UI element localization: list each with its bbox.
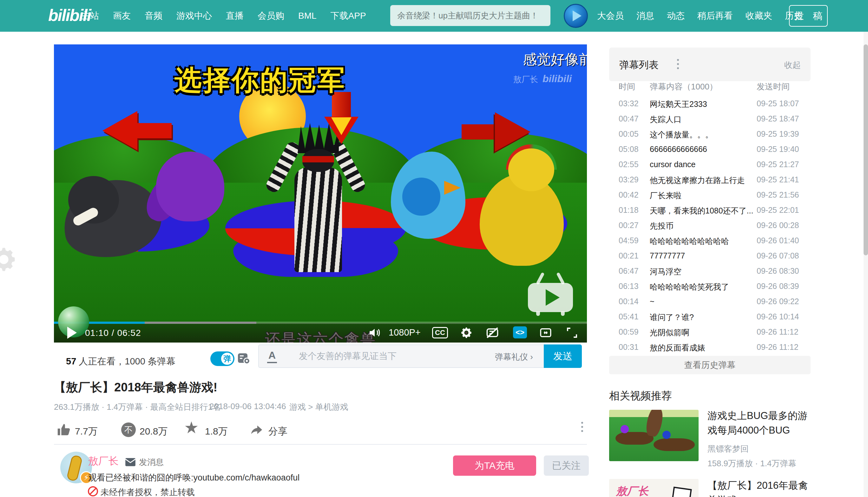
danmaku-off-icon[interactable] xyxy=(485,326,499,340)
column-header-content[interactable]: 弹幕内容（1000） xyxy=(650,81,717,92)
settings-gear-icon[interactable] xyxy=(460,326,473,339)
progress-bar[interactable] xyxy=(54,322,587,324)
nav-item-vip[interactable]: 大会员 xyxy=(597,10,624,22)
danmaku-row[interactable]: 04:59哈哈哈哈哈哈哈哈哈哈09-26 01:40 xyxy=(609,236,811,248)
uploader-name[interactable]: 敖厂长 xyxy=(88,454,119,468)
thumb-glitch-horse xyxy=(644,410,665,438)
danmaku-row[interactable]: 06:47河马浮空09-26 08:30 xyxy=(609,266,811,279)
followed-button[interactable]: 已关注 xyxy=(544,455,589,476)
play-channel-icon[interactable] xyxy=(564,4,588,28)
edge-gear-icon[interactable] xyxy=(0,245,18,274)
category-breadcrumb[interactable]: 游戏 > 单机游戏 xyxy=(289,401,348,413)
view-history-danmaku-button[interactable]: 查看历史弹幕 xyxy=(609,356,811,374)
nav-item-bml[interactable]: BML xyxy=(298,11,317,21)
charge-button[interactable]: 为TA充电 xyxy=(453,455,536,476)
nav-item-watch-later[interactable]: 稍后再看 xyxy=(697,10,733,22)
danmaku-row[interactable]: 01:18天哪，看来我的1080还不了...09-25 22:01 xyxy=(609,205,811,218)
danmaku-toggle[interactable]: 弹 xyxy=(210,352,234,366)
danmaku-sent: 09-25 19:40 xyxy=(757,145,799,154)
fullscreen-icon[interactable] xyxy=(565,326,579,339)
danmaku-sent: 09-25 19:39 xyxy=(757,129,799,139)
watching-count: 57 xyxy=(66,356,76,366)
send-message-link[interactable]: 发消息 xyxy=(139,457,164,468)
video-gorilla xyxy=(156,152,224,222)
nav-item-shop[interactable]: 会员购 xyxy=(258,10,284,22)
danmaku-row[interactable]: 03:32网坛鹅天王233309-25 18:07 xyxy=(609,99,811,112)
player-control-bar: 01:10 / 06:52 1080P+ CC <> xyxy=(54,323,587,342)
danmaku-row[interactable]: 00:59光阴似箭啊09-26 11:12 xyxy=(609,327,811,340)
danmaku-row[interactable]: 00:27先投币09-26 00:28 xyxy=(609,221,811,233)
danmaku-row[interactable]: 06:13哈哈哈哈哈哈笑死我了09-26 08:39 xyxy=(609,282,811,294)
danmaku-row[interactable]: 00:14~09-26 09:22 xyxy=(609,297,811,310)
search-input[interactable] xyxy=(390,5,551,26)
nav-item-game-center[interactable]: 游戏中心 xyxy=(176,10,212,22)
column-header-time: 时间 xyxy=(618,81,635,92)
nav-item-favorites[interactable]: 收藏夹 xyxy=(745,10,772,22)
danmaku-sent: 09-26 11:12 xyxy=(757,342,798,352)
nav-item-messages[interactable]: 消息 xyxy=(636,10,654,22)
bilibili-tv-play-icon[interactable] xyxy=(528,283,573,312)
subtitles-cc-button[interactable]: CC xyxy=(432,327,448,338)
related-video-title[interactable]: 游戏史上BUG最多的游戏每局4000个BUG xyxy=(708,409,815,438)
upload-button[interactable]: 投 稿 xyxy=(789,5,828,27)
danmaku-sent: 09-25 18:07 xyxy=(757,99,799,108)
share-label[interactable]: 分享 xyxy=(268,425,287,438)
danmaku-input-area: A 弹幕礼仪 › 发送 xyxy=(258,344,582,368)
column-header-sent[interactable]: 发送时间 xyxy=(757,81,789,92)
code-danmaku-icon[interactable]: <> xyxy=(513,326,527,338)
danmaku-content: 网坛鹅天王2333 xyxy=(650,99,707,110)
current-time: 01:10 xyxy=(85,328,109,338)
related-video-thumbnail[interactable] xyxy=(609,410,699,461)
nav-item-download-app[interactable]: 下载APP xyxy=(330,10,366,22)
collapse-button[interactable]: 收起 xyxy=(784,60,801,71)
danmaku-row[interactable]: 00:42厂长来啦09-25 21:56 xyxy=(609,190,811,203)
favorite-count[interactable]: 1.8万 xyxy=(205,425,228,438)
video-player[interactable]: 选择你的冠军 感觉好像前 敖厂长bilibili 还是这六个禽兽 01:10 /… xyxy=(54,44,587,342)
play-button[interactable] xyxy=(67,327,77,339)
message-envelope-icon[interactable] xyxy=(124,456,137,468)
volume-icon[interactable] xyxy=(368,326,381,339)
related-video-thumbnail[interactable]: 敖厂长 xyxy=(609,479,699,497)
send-danmaku-button[interactable]: 发送 xyxy=(544,344,582,368)
quality-selector[interactable]: 1080P+ xyxy=(389,327,421,338)
danmaku-row[interactable]: 02:55cursor dance09-25 21:27 xyxy=(609,160,811,172)
more-actions-menu-icon[interactable] xyxy=(581,422,583,432)
coin-count[interactable]: 20.8万 xyxy=(140,425,168,438)
nav-item-live[interactable]: 直播 xyxy=(226,10,244,22)
danmaku-content: 77777777 xyxy=(650,251,685,260)
danmaku-row[interactable]: 00:05这个播放量。。。09-25 19:39 xyxy=(609,129,811,142)
nav-item-feed[interactable]: 动态 xyxy=(667,10,685,22)
video-zebra xyxy=(295,168,342,272)
danmaku-row[interactable]: 05:41谁问了？谁?09-26 10:14 xyxy=(609,312,811,325)
danmaku-sent: 09-25 21:41 xyxy=(757,175,799,184)
danmaku-content: 哈哈哈哈哈哈哈哈哈哈 xyxy=(650,236,729,246)
danmaku-row[interactable]: 05:08666666666666609-25 19:40 xyxy=(609,145,811,157)
widescreen-icon[interactable] xyxy=(539,326,552,339)
danmaku-content: 河马浮空 xyxy=(650,266,681,277)
watching-status: 57人正在看，1000 条弹幕 xyxy=(66,355,175,368)
watermark-bilibili-logo: bilibili xyxy=(542,73,572,84)
danmaku-sent: 09-25 21:56 xyxy=(757,190,799,199)
etiquette-label: 弹幕礼仪 xyxy=(495,352,528,361)
like-count[interactable]: 7.7万 xyxy=(75,425,98,438)
coin-icon[interactable]: 不 xyxy=(121,423,136,437)
like-icon[interactable] xyxy=(56,423,71,437)
danmaku-style-icon[interactable]: A xyxy=(267,350,277,363)
nav-item-audio[interactable]: 音频 xyxy=(145,10,162,22)
nav-item-huayou[interactable]: 画友 xyxy=(113,10,131,22)
danmaku-etiquette-link[interactable]: 弹幕礼仪 › xyxy=(495,352,533,363)
danmaku-time: 00:21 xyxy=(618,251,639,260)
danmaku-sent: 09-26 09:22 xyxy=(757,297,799,306)
danmaku-row[interactable]: 00:31敖的反面看成婊09-26 11:12 xyxy=(609,342,811,355)
related-video-title[interactable]: 【敖厂长】2016年最禽兽游戏 xyxy=(708,478,815,497)
danmaku-panel-menu-icon[interactable] xyxy=(677,59,679,69)
danmaku-row[interactable]: 00:47失踪人口09-25 18:47 xyxy=(609,114,811,127)
favorite-star-icon[interactable]: ★ xyxy=(184,418,199,437)
related-video-uploader[interactable]: 黑镖客梦回 xyxy=(708,443,749,454)
share-icon[interactable] xyxy=(250,423,264,437)
danmaku-settings-icon[interactable] xyxy=(236,351,251,366)
danmaku-row[interactable]: 00:217777777709-26 07:08 xyxy=(609,251,811,264)
page-scrollbar-thumb[interactable] xyxy=(864,44,868,255)
nav-item-main[interactable]: 主站 xyxy=(81,10,99,22)
danmaku-row[interactable]: 03:29他无视这摩擦力在路上行走09-25 21:41 xyxy=(609,175,811,188)
